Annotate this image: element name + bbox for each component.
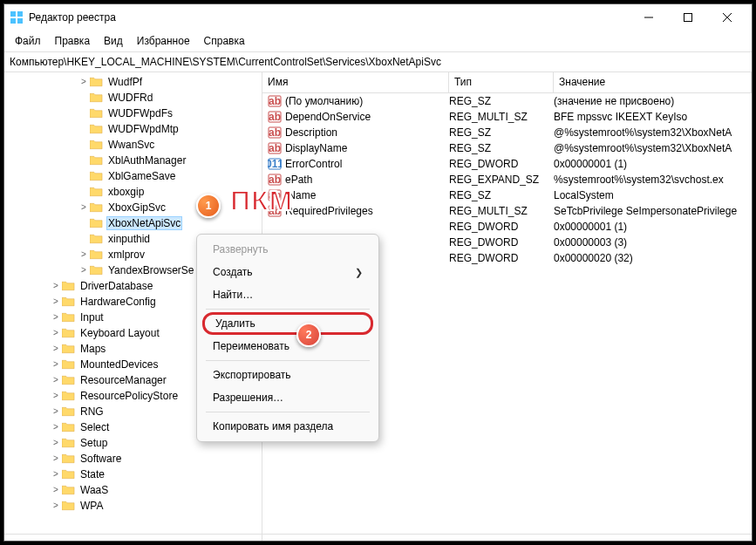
expander-icon[interactable]: > xyxy=(50,454,62,463)
svg-text:ab: ab xyxy=(269,142,281,154)
tree-item[interactable]: >WudfPf xyxy=(4,74,262,90)
value-row[interactable]: abDescriptionREG_SZ@%systemroot%\system3… xyxy=(262,125,752,140)
expander-icon[interactable]: > xyxy=(50,360,62,369)
expander-icon[interactable]: > xyxy=(50,486,62,494)
tree-item[interactable]: >State xyxy=(4,467,262,482)
value-row[interactable]: ab tNameREG_SZLocalSystem xyxy=(262,187,752,203)
expander-icon[interactable]: > xyxy=(50,407,62,416)
folder-icon xyxy=(90,123,104,135)
tree-item[interactable]: >WPA xyxy=(4,498,262,514)
folder-icon xyxy=(90,76,104,88)
value-icon: 011 xyxy=(268,157,282,171)
folder-icon xyxy=(62,343,76,355)
tree-item[interactable]: WUDFRd xyxy=(4,90,262,106)
expander-icon[interactable]: > xyxy=(50,313,62,322)
folder-icon xyxy=(62,358,76,371)
menu-edit[interactable]: Правка xyxy=(48,32,98,50)
expander-icon[interactable]: > xyxy=(50,501,62,510)
pkm-label: ПКМ xyxy=(230,185,293,217)
maximize-button[interactable] xyxy=(668,5,707,30)
value-row[interactable]: abDependOnServiceREG_MULTI_SZBFE mpssvc … xyxy=(262,109,752,125)
tree-item[interactable]: WUDFWpdFs xyxy=(4,106,262,121)
tree-item[interactable]: >WaaS xyxy=(4,482,262,498)
tree-label: WUDFWpdMtp xyxy=(106,122,180,136)
menu-favorites[interactable]: Избранное xyxy=(130,32,197,50)
tree-item[interactable]: XblGameSave xyxy=(4,168,262,184)
expander-icon[interactable]: > xyxy=(50,470,62,479)
value-row[interactable]: 011ErrorControlREG_DWORD0x00000001 (1) xyxy=(262,156,752,172)
expander-icon[interactable]: > xyxy=(78,266,90,275)
menu-view[interactable]: Вид xyxy=(97,32,130,50)
close-button[interactable] xyxy=(707,5,746,30)
value-data: 0x00000001 (1) xyxy=(554,221,627,233)
folder-icon xyxy=(62,296,76,308)
tree-label: WaaS xyxy=(78,483,110,497)
tree-label: XblAuthManager xyxy=(106,153,187,167)
col-name-header[interactable]: Имя xyxy=(262,72,449,92)
value-name: Description xyxy=(285,126,449,139)
expander-icon[interactable]: > xyxy=(50,376,62,385)
context-item[interactable]: Копировать имя раздела xyxy=(197,415,378,438)
tree-label: Setup xyxy=(78,436,109,450)
col-type-header[interactable]: Тип xyxy=(449,72,554,92)
window-controls xyxy=(629,5,746,30)
context-item[interactable]: Найти… xyxy=(197,283,378,306)
value-row[interactable]: abRequiredPrivilegesREG_MULTI_SZSeTcbPri… xyxy=(262,203,752,219)
folder-icon xyxy=(90,154,104,167)
tree-label: MountedDevices xyxy=(78,358,160,371)
context-item[interactable]: Создать❯ xyxy=(197,261,378,283)
address-bar[interactable]: Компьютер\HKEY_LOCAL_MACHINE\SYSTEM\Curr… xyxy=(4,52,752,72)
value-row[interactable]: ab(По умолчанию)REG_SZ(значение не присв… xyxy=(262,93,752,109)
value-icon: ab xyxy=(268,110,282,124)
expander-icon[interactable]: > xyxy=(50,329,62,337)
menu-help[interactable]: Справка xyxy=(197,32,252,50)
menu-file[interactable]: Файл xyxy=(8,32,48,50)
value-type: REG_SZ xyxy=(449,189,554,201)
value-icon xyxy=(268,220,282,234)
tree-item[interactable]: xboxgip xyxy=(4,184,262,200)
tree-item[interactable]: >XboxGipSvc xyxy=(4,200,262,215)
context-separator xyxy=(206,360,370,361)
value-type: REG_DWORD xyxy=(449,236,554,249)
expander-icon[interactable]: > xyxy=(50,423,62,432)
expander-icon[interactable]: > xyxy=(78,250,90,259)
value-row[interactable]: ab ePathREG_EXPAND_SZ%systemroot%\system… xyxy=(262,172,752,187)
tree-item[interactable]: >Software xyxy=(4,451,262,467)
value-row[interactable]: abDisplayNameREG_SZ@%systemroot%\system3… xyxy=(262,140,752,156)
value-icon: ab xyxy=(268,141,282,155)
value-type: REG_DWORD xyxy=(449,158,554,170)
value-type: REG_SZ xyxy=(449,142,554,154)
minimize-button[interactable] xyxy=(629,5,668,30)
expander-icon[interactable]: > xyxy=(50,282,62,290)
context-item[interactable]: Экспортировать xyxy=(197,364,378,386)
tree-item[interactable]: WwanSvc xyxy=(4,137,262,153)
value-data: LocalSystem xyxy=(554,189,614,201)
tree-item[interactable]: XblAuthManager xyxy=(4,153,262,168)
tree-label: HardwareConfig xyxy=(78,295,158,309)
context-item[interactable]: Удалить xyxy=(202,312,373,335)
expander-icon[interactable]: > xyxy=(50,297,62,306)
tree-item[interactable]: WUDFWpdMtp xyxy=(4,121,262,137)
folder-icon xyxy=(62,453,76,465)
expander-icon[interactable]: > xyxy=(78,78,90,86)
expander-icon[interactable]: > xyxy=(50,344,62,353)
expander-icon[interactable]: > xyxy=(50,439,62,447)
expander-icon[interactable]: > xyxy=(78,203,90,212)
context-separator xyxy=(206,309,370,310)
callout-step-1: 1 xyxy=(196,194,221,218)
expander-icon[interactable]: > xyxy=(50,392,62,400)
folder-icon xyxy=(62,280,76,292)
context-item[interactable]: Разрешения… xyxy=(197,386,378,409)
col-value-header[interactable]: Значение xyxy=(554,72,752,92)
tree-label: Select xyxy=(78,420,111,434)
context-item[interactable]: Переименовать xyxy=(197,335,378,358)
folder-icon xyxy=(90,170,104,182)
svg-rect-2 xyxy=(10,18,16,24)
tree-item[interactable]: XboxNetApiSvc xyxy=(4,215,262,231)
context-menu[interactable]: РазвернутьСоздать❯Найти…УдалитьПереимено… xyxy=(196,234,379,442)
value-data: 0x00000020 (32) xyxy=(554,252,633,264)
value-name: RequiredPrivileges xyxy=(285,205,449,217)
value-row[interactable]: REG_DWORD0x00000001 (1) xyxy=(262,219,752,235)
app-icon xyxy=(10,10,24,24)
tree-label: xinputhid xyxy=(106,232,152,246)
